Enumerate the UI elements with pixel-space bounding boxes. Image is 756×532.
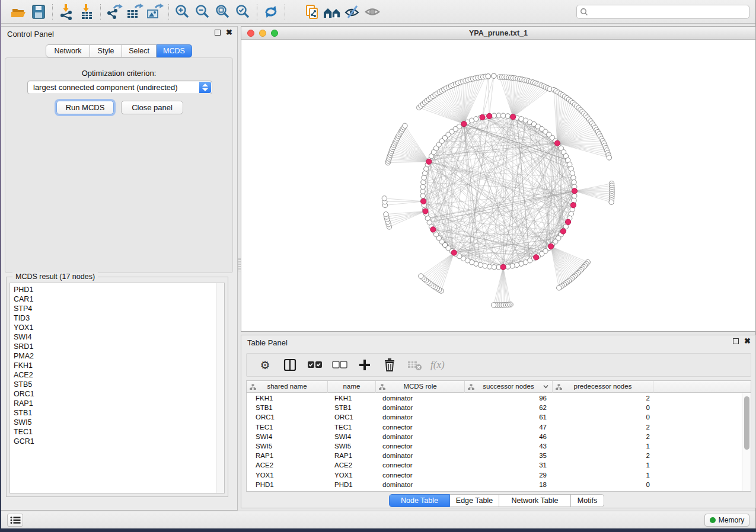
zoom-selected-icon[interactable] xyxy=(233,2,253,21)
table-scrollbar-thumb[interactable] xyxy=(744,396,749,450)
select-all-icon[interactable] xyxy=(306,356,324,374)
mcds-result-item[interactable]: SWI5 xyxy=(14,418,212,427)
table-settings-gear-icon[interactable]: ⚙ xyxy=(256,356,274,374)
float-panel-icon[interactable] xyxy=(733,338,739,344)
mcds-result-list[interactable]: PHD1CAR1STP4TID3YOX1SWI4SRD1PMA2FKH1ACE2… xyxy=(9,283,225,493)
refresh-view-icon[interactable] xyxy=(261,2,281,21)
table-cell: TEC1 xyxy=(328,422,376,432)
search-input[interactable] xyxy=(576,5,749,19)
status-menu-button[interactable] xyxy=(7,514,23,527)
zoom-out-icon[interactable] xyxy=(193,2,213,21)
table-cell: 96 xyxy=(465,393,553,403)
table-row[interactable]: SWI5SWI5connector431 xyxy=(247,441,742,451)
tab-mcds[interactable]: MCDS xyxy=(157,44,192,57)
deselect-all-icon[interactable] xyxy=(331,356,349,374)
delete-column-trash-icon[interactable] xyxy=(381,356,398,374)
mcds-result-item[interactable]: SWI4 xyxy=(14,332,212,342)
mcds-result-item[interactable]: FKH1 xyxy=(14,361,212,370)
add-column-icon[interactable] xyxy=(356,356,374,374)
export-table-icon[interactable] xyxy=(125,2,145,21)
table-cell: 35 xyxy=(465,451,553,460)
import-table-icon[interactable] xyxy=(76,2,97,21)
control-panel: Control Panel ✖ NetworkStyleSelectMCDS O… xyxy=(1,26,238,511)
table-header-row: shared namenameMCDS rolesuccessor nodesp… xyxy=(247,381,751,393)
tab-motifs[interactable]: Motifs xyxy=(571,494,604,507)
mcds-result-item[interactable]: STP4 xyxy=(14,304,212,313)
toolbar-separator xyxy=(100,4,101,20)
criterion-select[interactable]: largest connected component (undirected) xyxy=(27,81,212,94)
mcds-result-item[interactable]: RAP1 xyxy=(14,399,212,408)
toolbar-separator xyxy=(52,4,53,20)
mcds-result-item[interactable]: ORC1 xyxy=(14,389,212,399)
tab-edge-table[interactable]: Edge Table xyxy=(450,494,499,507)
memory-label: Memory xyxy=(719,516,744,524)
first-neighbors-icon[interactable] xyxy=(322,2,342,21)
table-row[interactable]: STB1STB1dominator620 xyxy=(247,403,742,412)
column-header-predecessor-nodes[interactable]: predecessor nodes xyxy=(553,381,653,393)
zoom-in-icon[interactable] xyxy=(173,2,193,21)
mcds-result-item[interactable]: STB5 xyxy=(14,380,212,389)
mcds-result-item[interactable]: SRD1 xyxy=(14,342,212,351)
tab-network-table[interactable]: Network Table xyxy=(499,494,571,507)
optimization-criterion-label: Optimization criterion: xyxy=(5,69,232,78)
table-cell: YOX1 xyxy=(328,470,376,480)
toolbar-separator xyxy=(257,4,257,20)
mcds-result-item[interactable]: ACE2 xyxy=(14,370,212,380)
clone-network-icon[interactable] xyxy=(302,2,322,21)
table-body: FKH1FKH1dominator962STB1STB1dominator620… xyxy=(247,393,742,489)
table-cell: dominator xyxy=(376,412,465,422)
mcds-result-item[interactable]: STB1 xyxy=(14,408,212,418)
column-header-name[interactable]: name xyxy=(328,381,376,393)
table-scrollbar[interactable] xyxy=(742,393,751,491)
mcds-result-item[interactable]: PMA2 xyxy=(14,351,212,361)
table-row[interactable]: RAP1RAP1dominator352 xyxy=(247,451,742,460)
show-all-icon[interactable] xyxy=(362,2,382,21)
table-cell: ACE2 xyxy=(328,460,376,470)
memory-button[interactable]: Memory xyxy=(704,514,749,527)
application-window: Control Panel ✖ NetworkStyleSelectMCDS O… xyxy=(1,0,756,528)
table-row[interactable]: TEC1TEC1connector472 xyxy=(247,422,742,432)
float-panel-icon[interactable] xyxy=(215,30,221,36)
column-header-MCDS-role[interactable]: MCDS role xyxy=(376,381,465,393)
mcds-result-item[interactable]: TEC1 xyxy=(14,427,212,437)
open-file-icon[interactable] xyxy=(8,2,28,21)
export-network-icon[interactable] xyxy=(104,2,125,21)
table-row[interactable]: SWI4SWI4dominator462 xyxy=(247,432,742,441)
select-stepper-icon xyxy=(199,82,211,93)
show-columns-icon[interactable] xyxy=(281,356,299,374)
tab-node-table[interactable]: Node Table xyxy=(389,494,450,507)
export-image-icon[interactable] xyxy=(145,2,165,21)
tab-select[interactable]: Select xyxy=(122,44,157,57)
list-icon xyxy=(10,516,21,524)
tab-style[interactable]: Style xyxy=(90,44,122,57)
table-cell: dominator xyxy=(376,480,465,489)
close-panel-button[interactable]: Close panel xyxy=(121,101,183,114)
table-row[interactable]: ORC1ORC1dominator610 xyxy=(247,412,742,422)
table-row[interactable]: YOX1YOX1connector291 xyxy=(247,470,742,480)
close-panel-icon[interactable]: ✖ xyxy=(744,338,751,344)
maximize-window-icon[interactable] xyxy=(271,30,278,37)
hide-selected-icon[interactable] xyxy=(342,2,362,21)
save-session-icon[interactable] xyxy=(28,2,49,21)
zoom-fit-icon[interactable] xyxy=(213,2,233,21)
mcds-result-item[interactable]: CAR1 xyxy=(14,294,212,304)
tab-network[interactable]: Network xyxy=(46,44,90,57)
table-cell: SWI5 xyxy=(328,441,376,451)
mcds-result-item[interactable]: YOX1 xyxy=(14,323,212,332)
table-cell: 46 xyxy=(465,432,553,441)
column-header-shared-name[interactable]: shared name xyxy=(247,381,328,393)
minimize-window-icon[interactable] xyxy=(259,30,266,37)
mcds-list-scrollbar[interactable] xyxy=(216,283,224,493)
close-panel-icon[interactable]: ✖ xyxy=(226,30,232,36)
close-window-icon[interactable] xyxy=(247,30,254,37)
mcds-result-item[interactable]: GCR1 xyxy=(14,437,212,446)
table-row[interactable]: ACE2ACE2connector311 xyxy=(247,460,742,470)
table-row[interactable]: FKH1FKH1dominator962 xyxy=(247,393,742,403)
import-network-icon[interactable] xyxy=(56,2,76,21)
mcds-result-item[interactable]: PHD1 xyxy=(14,285,212,294)
column-header-successor-nodes[interactable]: successor nodes xyxy=(465,381,553,393)
mcds-result-item[interactable]: TID3 xyxy=(14,313,212,323)
table-row[interactable]: PHD1PHD1dominator180 xyxy=(247,480,742,489)
network-graph-canvas[interactable] xyxy=(241,40,755,318)
run-mcds-button[interactable]: Run MCDS xyxy=(56,101,114,114)
